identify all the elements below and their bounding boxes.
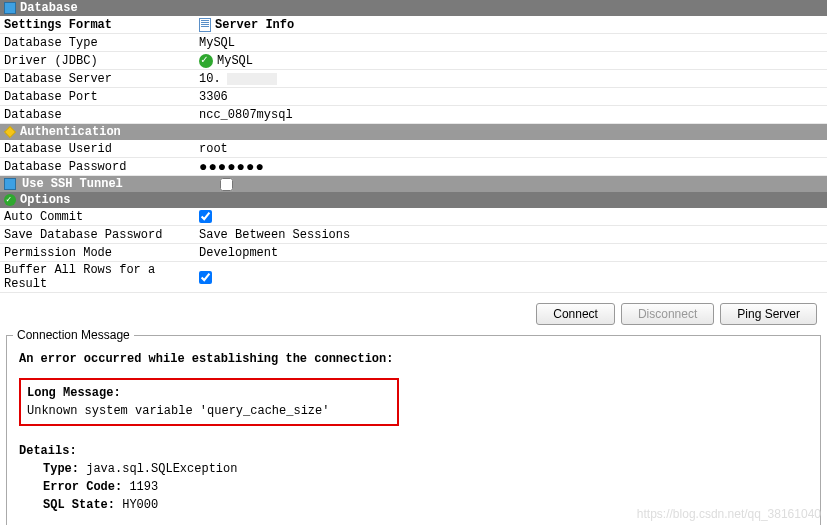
detail-sqlstate-value: HY000 <box>122 498 158 512</box>
permission-label: Permission Mode <box>4 246 199 260</box>
section-title: Options <box>20 193 70 207</box>
section-title: Database <box>20 1 78 15</box>
section-title: Use SSH Tunnel <box>22 177 123 191</box>
settings-format-label: Settings Format <box>4 18 199 32</box>
connection-message-panel: Connection Message An error occurred whi… <box>6 335 821 525</box>
row-autocommit: Auto Commit <box>0 208 827 226</box>
db-type-label: Database Type <box>4 36 199 50</box>
password-label: Database Password <box>4 160 199 174</box>
database-label: Database <box>4 108 199 122</box>
userid-label: Database Userid <box>4 142 199 156</box>
row-settings-format: Settings Format Server Info <box>0 16 827 34</box>
error-summary: An error occurred while establishing the… <box>19 350 808 368</box>
redacted-block <box>227 73 277 85</box>
message-area: An error occurred while establishing the… <box>17 344 810 520</box>
database-value: ncc_0807mysql <box>199 108 293 122</box>
disconnect-button: Disconnect <box>621 303 714 325</box>
detail-errcode-value: 1193 <box>129 480 158 494</box>
port-value: 3306 <box>199 90 228 104</box>
detail-type-label: Type: <box>43 462 79 476</box>
driver-label: Driver (JDBC) <box>4 54 199 68</box>
key-icon <box>4 126 16 138</box>
section-header-database: Database <box>0 0 827 16</box>
password-value: ●●●●●●● <box>199 161 265 173</box>
watermark: https://blog.csdn.net/qq_38161040 <box>637 507 821 521</box>
detail-errcode-label: Error Code: <box>43 480 122 494</box>
detail-type-value: java.sql.SQLException <box>86 462 237 476</box>
row-savepwd: Save Database Password Save Between Sess… <box>0 226 827 244</box>
long-message-highlight: Long Message: Unknown system variable 'q… <box>19 378 399 426</box>
permission-value: Development <box>199 246 278 260</box>
details-label: Details: <box>19 442 808 460</box>
page-icon <box>199 18 211 32</box>
checkmark-icon <box>4 194 16 206</box>
database-icon <box>4 2 16 14</box>
detail-sqlstate-label: SQL State: <box>43 498 115 512</box>
port-label: Database Port <box>4 90 199 104</box>
row-driver: Driver (JDBC) MySQL <box>0 52 827 70</box>
row-userid: Database Userid root <box>0 140 827 158</box>
section-header-auth: Authentication <box>0 124 827 140</box>
server-value: 10. <box>199 72 221 86</box>
ping-server-button[interactable]: Ping Server <box>720 303 817 325</box>
tunnel-icon <box>4 178 16 190</box>
buffer-checkbox[interactable] <box>199 271 212 284</box>
connection-message-title: Connection Message <box>13 328 134 342</box>
long-message-value: Unknown system variable 'query_cache_siz… <box>27 402 391 420</box>
driver-value: MySQL <box>217 54 253 68</box>
autocommit-checkbox[interactable] <box>199 210 212 223</box>
section-header-ssh[interactable]: Use SSH Tunnel <box>0 176 827 192</box>
savepwd-label: Save Database Password <box>4 228 199 242</box>
section-header-options: Options <box>0 192 827 208</box>
row-db-type: Database Type MySQL <box>0 34 827 52</box>
row-password: Database Password ●●●●●●● <box>0 158 827 176</box>
autocommit-label: Auto Commit <box>4 210 199 224</box>
section-title: Authentication <box>20 125 121 139</box>
row-port: Database Port 3306 <box>0 88 827 106</box>
settings-format-value: Server Info <box>215 18 294 32</box>
db-type-value: MySQL <box>199 36 235 50</box>
buffer-label: Buffer All Rows for a Result <box>4 263 199 291</box>
connect-button[interactable]: Connect <box>536 303 615 325</box>
check-icon <box>199 54 213 68</box>
row-buffer: Buffer All Rows for a Result <box>0 262 827 293</box>
row-server: Database Server 10. <box>0 70 827 88</box>
savepwd-value: Save Between Sessions <box>199 228 350 242</box>
ssh-checkbox[interactable] <box>220 178 233 191</box>
row-permission: Permission Mode Development <box>0 244 827 262</box>
userid-value: root <box>199 142 228 156</box>
server-label: Database Server <box>4 72 199 86</box>
long-message-label: Long Message: <box>27 384 391 402</box>
row-database-name: Database ncc_0807mysql <box>0 106 827 124</box>
